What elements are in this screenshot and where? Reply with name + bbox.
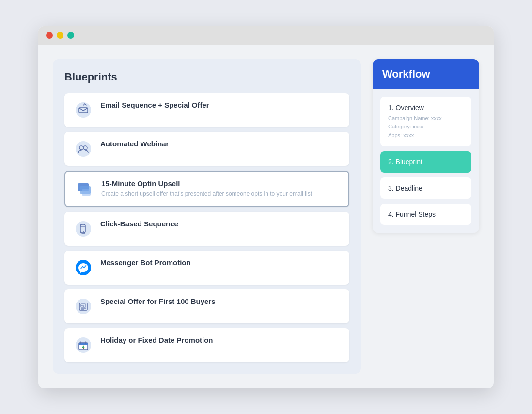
workflow-step-deadline[interactable]: 3. Deadline (380, 177, 471, 199)
browser-content: Blueprints (38, 45, 494, 388)
blueprint-name-holiday-promo: Holiday or Fixed Date Promotion (100, 336, 213, 344)
blueprint-text-optin-upsell: 15-Minute Optin Upsell Create a short up… (101, 179, 313, 198)
email-sequence-icon (74, 101, 93, 119)
maximize-button[interactable] (67, 32, 74, 39)
workflow-step-overview[interactable]: 1. Overview Campaign Name: xxxx Category… (380, 97, 471, 147)
blueprint-item-special-offer[interactable]: % Special Offer for First 100 Buyers (64, 289, 349, 323)
svg-point-10 (76, 221, 91, 237)
blueprint-item-holiday-promo[interactable]: Holiday or Fixed Date Promotion (64, 328, 349, 362)
workflow-step-detail-campaign: Campaign Name: xxxx (388, 114, 464, 123)
blueprint-item-click-based[interactable]: Click-Based Sequence (64, 212, 349, 246)
blueprint-name-click-based: Click-Based Sequence (100, 220, 178, 228)
blueprint-name-email-sequence: Email Sequence + Special Offer (100, 101, 209, 109)
blueprint-item-automated-webinar[interactable]: Automated Webinar (64, 132, 349, 166)
holiday-promo-icon (74, 336, 93, 354)
workflow-step-blueprint[interactable]: 2. Blueprint (380, 151, 471, 173)
workflow-steps: 1. Overview Campaign Name: xxxx Category… (373, 89, 479, 233)
main-layout: Blueprints (53, 59, 479, 374)
blueprint-text-holiday-promo: Holiday or Fixed Date Promotion (100, 336, 213, 344)
svg-point-0 (76, 102, 91, 118)
workflow-step-label-blueprint: 2. Blueprint (388, 158, 464, 166)
blueprint-name-special-offer: Special Offer for First 100 Buyers (100, 297, 216, 305)
blueprint-text-click-based: Click-Based Sequence (100, 220, 178, 228)
svg-rect-25 (79, 344, 88, 345)
blueprint-item-optin-upsell[interactable]: 15-Minute Optin Upsell Create a short up… (64, 171, 349, 207)
workflow-step-label-overview: 1. Overview (388, 104, 464, 111)
blueprint-list: Email Sequence + Special Offer (64, 93, 349, 362)
blueprint-item-messenger-bot[interactable]: Messenger Bot Promotion (64, 251, 349, 285)
blueprint-name-optin-upsell: 15-Minute Optin Upsell (101, 179, 313, 188)
blueprints-panel: Blueprints (53, 59, 361, 374)
messenger-bot-icon (74, 258, 93, 277)
close-button[interactable] (46, 32, 53, 39)
workflow-title: Workflow (382, 68, 469, 80)
workflow-step-funnel-steps[interactable]: 4. Funnel Steps (380, 204, 471, 225)
automated-webinar-icon (74, 140, 93, 158)
blueprint-name-messenger-bot: Messenger Bot Promotion (100, 258, 191, 267)
svg-rect-29 (83, 348, 84, 349)
svg-rect-9 (82, 189, 91, 196)
workflow-panel: Workflow 1. Overview Campaign Name: xxxx… (373, 59, 479, 233)
browser-window: Blueprints (38, 26, 494, 388)
click-based-icon (74, 220, 93, 238)
workflow-step-details-overview: Campaign Name: xxxx Category: xxxx Apps:… (388, 114, 464, 140)
workflow-step-label-deadline: 3. Deadline (388, 184, 464, 192)
workflow-step-detail-category: Category: xxxx (388, 123, 464, 131)
svg-text:%: % (81, 304, 84, 307)
blueprints-title: Blueprints (64, 71, 349, 83)
minimize-button[interactable] (57, 32, 63, 39)
workflow-step-label-funnel-steps: 4. Funnel Steps (388, 210, 464, 218)
blueprint-item-email-sequence[interactable]: Email Sequence + Special Offer (64, 93, 349, 127)
browser-titlebar (38, 26, 494, 45)
workflow-step-detail-apps: Apps: xxxx (388, 131, 464, 140)
special-offer-icon: % (74, 297, 93, 316)
optin-upsell-icon (75, 179, 94, 198)
blueprint-text-email-sequence: Email Sequence + Special Offer (100, 101, 209, 109)
blueprint-text-special-offer: Special Offer for First 100 Buyers (100, 297, 216, 305)
blueprint-name-automated-webinar: Automated Webinar (100, 140, 169, 148)
blueprint-text-messenger-bot: Messenger Bot Promotion (100, 258, 191, 267)
workflow-header: Workflow (373, 59, 479, 89)
blueprint-text-automated-webinar: Automated Webinar (100, 140, 169, 148)
blueprint-desc-optin-upsell: Create a short upsell offer that's prese… (101, 190, 313, 198)
